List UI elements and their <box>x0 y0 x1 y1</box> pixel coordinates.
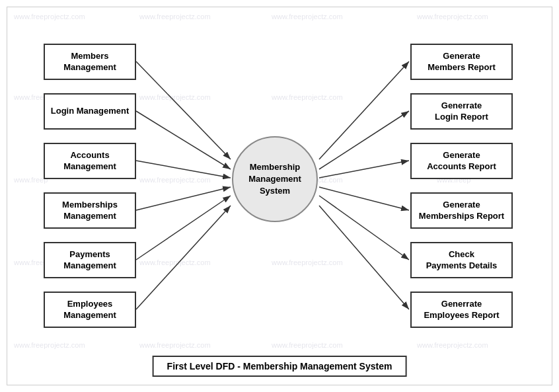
check-payments-details-box: CheckPayments Details <box>410 242 513 278</box>
center-circle: MembershipManagementSystem <box>232 136 318 222</box>
svg-line-12 <box>319 206 409 309</box>
watermark-9: www.freep <box>14 176 48 184</box>
watermark-2: www.freeprojectz.com <box>139 13 211 20</box>
employees-management-box: Employees Management <box>44 292 136 328</box>
generate-members-report-box: GenerateMembers Report <box>410 44 513 80</box>
members-management-box: Members Management <box>44 44 136 80</box>
svg-line-4 <box>136 187 231 210</box>
svg-line-10 <box>319 187 409 210</box>
svg-line-2 <box>136 111 231 169</box>
generate-memberships-report-box: GenerateMemberships Report <box>410 192 513 229</box>
watermark-17: www.freeprojectz.com <box>14 341 85 349</box>
watermark-3: www.freeprojectz.com <box>272 13 343 20</box>
watermark-15: www.freeprojectz.com <box>272 258 343 266</box>
svg-line-8 <box>319 111 409 169</box>
watermark-20: www.freeprojectz.com <box>417 341 488 349</box>
watermark-1: www.freeprojectz.com <box>14 13 85 20</box>
watermark-4: www.freeprojectz.com <box>417 13 488 20</box>
svg-line-5 <box>136 196 231 260</box>
watermark-5: www.freep <box>14 93 48 101</box>
watermark-7: www.freeprojectz.com <box>272 93 343 101</box>
svg-line-7 <box>319 61 409 159</box>
center-label: MembershipManagementSystem <box>248 161 301 198</box>
watermark-13: www.freep <box>14 258 48 266</box>
diagram-container: www.freeprojectz.com www.freeprojectz.co… <box>7 7 552 385</box>
svg-line-3 <box>136 161 231 178</box>
payments-management-box: Payments Management <box>44 242 136 278</box>
diagram-caption: First Level DFD - Membership Management … <box>153 356 407 377</box>
memberships-management-box: Memberships Management <box>44 192 136 229</box>
watermark-19: www.freeprojectz.com <box>272 341 343 349</box>
accounts-management-box: Accounts Management <box>44 143 136 179</box>
watermark-18: www.freeprojectz.com <box>139 341 211 349</box>
svg-line-11 <box>319 196 409 260</box>
generate-accounts-report-box: GenerateAccounts Report <box>410 143 513 179</box>
watermark-10: www.freeprojectz.com <box>139 176 211 184</box>
login-management-box: Login Management <box>44 93 136 130</box>
svg-line-9 <box>319 161 409 178</box>
svg-line-6 <box>136 206 231 309</box>
svg-line-1 <box>136 61 231 159</box>
watermark-14: www.freeprojectz.com <box>139 258 211 266</box>
watermark-6: www.freeprojectz.com <box>139 93 211 101</box>
generate-employees-report-box: GenerrateEmployees Report <box>410 292 513 328</box>
generate-login-report-box: GenerrateLogin Report <box>410 93 513 130</box>
